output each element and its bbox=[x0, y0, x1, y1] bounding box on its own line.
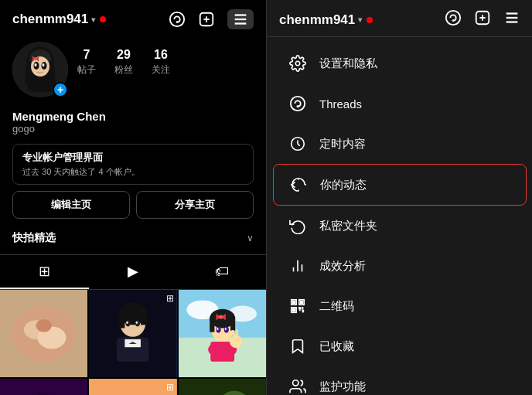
tab-reels[interactable]: ▶ bbox=[89, 255, 178, 289]
grid-item-2[interactable]: ⊞ bbox=[89, 290, 176, 377]
username-text: chenmm941 bbox=[12, 12, 88, 27]
svg-point-87 bbox=[291, 97, 305, 111]
svg-rect-72 bbox=[179, 379, 266, 395]
archive-icon bbox=[288, 216, 307, 235]
svg-point-48 bbox=[216, 326, 220, 332]
svg-point-47 bbox=[219, 315, 223, 318]
menu-item-scheduled[interactable]: 定时内容 bbox=[273, 124, 527, 164]
menu-item-label-scheduled: 定时内容 bbox=[319, 137, 366, 152]
svg-point-18 bbox=[34, 57, 37, 60]
action-buttons: 编辑主页 分享主页 bbox=[12, 191, 254, 219]
share-profile-button[interactable]: 分享主页 bbox=[136, 191, 254, 219]
menu-list: 设置和隐私Threads定时内容你的动态私密文件夹成效分析二维码已收藏监护功能订… bbox=[267, 37, 532, 395]
menu-item-supervision[interactable]: 监护功能 bbox=[273, 366, 527, 395]
right-threads-btn[interactable] bbox=[445, 9, 462, 30]
promo-subtitle: 过去 30 天内触达了 4 个帐户。 bbox=[22, 166, 244, 178]
left-username-area[interactable]: chenmm941 ▾ bbox=[12, 12, 106, 27]
grid-item-4-content bbox=[0, 379, 87, 395]
svg-point-79 bbox=[453, 20, 454, 21]
menu-item-label-analytics: 成效分析 bbox=[319, 259, 366, 274]
svg-rect-98 bbox=[293, 309, 295, 312]
following-count: 16 bbox=[154, 48, 168, 62]
menu-item-settings[interactable]: 设置和隐私 bbox=[273, 43, 527, 83]
menu-icon-btn[interactable] bbox=[227, 9, 254, 29]
svg-point-17 bbox=[43, 63, 45, 66]
activity-icon bbox=[289, 175, 308, 194]
right-header-icons bbox=[445, 9, 520, 30]
avatar-container: + bbox=[12, 42, 68, 97]
menu-item-label-archive: 私密文件夹 bbox=[319, 219, 377, 233]
posts-stat: 7 帖子 bbox=[77, 48, 96, 77]
menu-item-label-saved: 已收藏 bbox=[319, 339, 354, 354]
highlights-title: 快拍精选 bbox=[12, 231, 56, 245]
svg-point-49 bbox=[223, 326, 228, 332]
grid-item-2-content bbox=[89, 290, 176, 377]
following-label: 关注 bbox=[152, 63, 170, 77]
svg-rect-46 bbox=[230, 318, 235, 330]
grid-item-4[interactable] bbox=[0, 379, 87, 395]
svg-line-53 bbox=[233, 332, 234, 336]
svg-point-0 bbox=[170, 12, 184, 26]
highlights-section: 快拍精选 ∨ bbox=[0, 225, 266, 254]
svg-point-16 bbox=[35, 63, 37, 66]
svg-point-34 bbox=[135, 320, 140, 326]
grid-item-6-content bbox=[179, 379, 266, 395]
menu-item-label-settings: 设置和隐私 bbox=[319, 56, 377, 71]
svg-rect-31 bbox=[118, 314, 124, 329]
menu-item-qr[interactable]: 二维码 bbox=[273, 286, 527, 326]
svg-rect-32 bbox=[141, 314, 147, 325]
add-icon-btn[interactable] bbox=[198, 11, 215, 28]
menu-item-threads[interactable]: Threads bbox=[273, 83, 527, 124]
tab-tagged[interactable]: 🏷 bbox=[177, 255, 266, 289]
qr-icon bbox=[288, 297, 307, 315]
menu-item-saved[interactable]: 已收藏 bbox=[273, 326, 527, 366]
svg-point-33 bbox=[126, 320, 131, 326]
right-username-text: chenmm941 bbox=[279, 12, 355, 28]
right-live-dot bbox=[367, 17, 373, 23]
svg-point-78 bbox=[446, 11, 460, 25]
scheduled-icon bbox=[288, 135, 307, 153]
svg-point-99 bbox=[293, 380, 298, 386]
avatar-add-button[interactable]: + bbox=[53, 82, 68, 97]
highlights-header: 快拍精选 ∨ bbox=[12, 231, 254, 245]
menu-item-archive[interactable]: 私密文件夹 bbox=[273, 206, 527, 246]
grid-item-6[interactable] bbox=[179, 379, 266, 395]
image-grid: ⊞ bbox=[0, 290, 266, 395]
profile-name-section: Mengmeng Chen gogo bbox=[0, 104, 266, 138]
promo-box[interactable]: 专业帐户管理界面 过去 30 天内触达了 4 个帐户。 bbox=[12, 144, 254, 185]
menu-item-label-activity: 你的动态 bbox=[320, 178, 367, 192]
left-panel: chenmm941 ▾ bbox=[0, 0, 266, 395]
right-username-area[interactable]: chenmm941 ▾ bbox=[279, 12, 373, 28]
svg-point-50 bbox=[217, 328, 218, 330]
svg-point-52 bbox=[230, 335, 242, 348]
posts-count: 7 bbox=[84, 48, 90, 62]
edit-profile-button[interactable]: 编辑主页 bbox=[12, 191, 130, 219]
svg-rect-97 bbox=[301, 301, 303, 304]
right-dropdown-icon: ▾ bbox=[358, 15, 362, 24]
grid-item-3-content bbox=[179, 290, 266, 377]
following-stat: 16 关注 bbox=[152, 48, 170, 77]
right-add-btn[interactable] bbox=[474, 9, 491, 30]
profile-section: + 7 帖子 29 粉丝 16 关注 bbox=[0, 36, 266, 104]
svg-rect-66 bbox=[89, 379, 176, 395]
threads-icon bbox=[288, 94, 307, 113]
svg-point-1 bbox=[177, 22, 178, 22]
reels-tab-icon: ▶ bbox=[128, 263, 138, 280]
threads-icon-btn[interactable] bbox=[169, 11, 186, 28]
menu-item-activity[interactable]: 你的动态 bbox=[273, 164, 527, 206]
grid-item-3[interactable] bbox=[179, 290, 266, 377]
grid-item-5-overlay: ⊞ bbox=[166, 382, 174, 393]
svg-point-35 bbox=[127, 322, 128, 324]
tagged-tab-icon: 🏷 bbox=[215, 264, 229, 280]
menu-item-analytics[interactable]: 成效分析 bbox=[273, 246, 527, 286]
posts-label: 帖子 bbox=[77, 63, 96, 77]
highlights-chevron-icon: ∨ bbox=[247, 233, 254, 243]
right-menu-btn[interactable] bbox=[503, 9, 520, 30]
analytics-icon bbox=[288, 257, 307, 275]
grid-item-5[interactable]: ⊞ bbox=[89, 379, 176, 395]
left-header-icons bbox=[169, 9, 254, 29]
grid-item-1[interactable] bbox=[0, 290, 87, 377]
svg-rect-45 bbox=[210, 318, 214, 332]
svg-rect-10 bbox=[28, 77, 53, 92]
tab-grid[interactable]: ⊞ bbox=[0, 255, 89, 289]
